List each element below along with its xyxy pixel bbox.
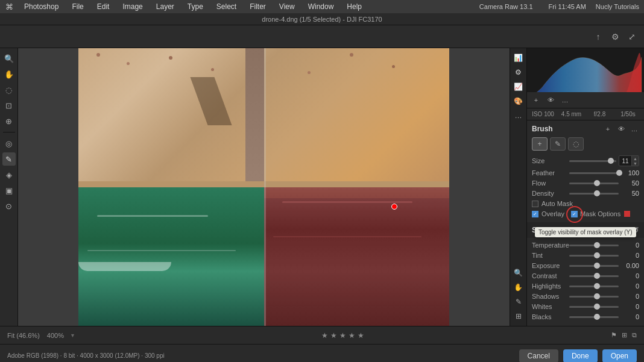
panel-icon-grid[interactable]: ⊞ xyxy=(513,310,525,322)
size-down[interactable]: ▼ xyxy=(631,161,639,166)
brush-section-icons: + 👁 … xyxy=(603,124,639,134)
automask-checkbox[interactable] xyxy=(532,201,538,207)
mask-options-label: Mask Options xyxy=(580,210,620,217)
whites-value: 0 xyxy=(621,303,639,310)
temperature-slider[interactable] xyxy=(569,245,619,246)
feather-slider[interactable] xyxy=(569,172,619,174)
title-bar: drone-4.dng (1/5 Selected) - DJI FC3170 xyxy=(0,13,644,25)
brush-more-icon[interactable]: … xyxy=(630,124,639,134)
rp-icon-more[interactable]: … xyxy=(560,95,570,105)
blacks-value: 0 xyxy=(621,313,639,320)
brush-add-btn[interactable]: + xyxy=(532,137,548,151)
rp-icon-eye[interactable]: 👁 xyxy=(545,95,556,105)
panel-icon-detail[interactable]: … xyxy=(513,110,525,122)
star-3[interactable]: ★ xyxy=(339,331,346,340)
brush-flow-btn[interactable]: ◌ xyxy=(568,137,584,151)
mask-options-checkbox[interactable]: ✓ xyxy=(571,211,578,217)
open-button[interactable]: Open xyxy=(602,349,637,363)
menu-item-image[interactable]: Image xyxy=(120,1,145,12)
menu-item-window[interactable]: Window xyxy=(306,1,336,12)
panel-icon-hand2[interactable]: ✋ xyxy=(513,281,525,293)
menu-item-edit[interactable]: Edit xyxy=(95,1,112,12)
highlights-row: Highlights 0 xyxy=(532,282,639,290)
star-5[interactable]: ★ xyxy=(358,331,364,340)
tool-red-eye[interactable]: ◎ xyxy=(2,137,16,150)
brush-eye-icon[interactable]: 👁 xyxy=(616,124,626,134)
flow-slider[interactable] xyxy=(569,183,619,184)
density-slider[interactable] xyxy=(569,193,619,195)
tool-spot[interactable]: ⊙ xyxy=(2,199,16,213)
size-up[interactable]: ▲ xyxy=(631,156,639,161)
menu-item-help[interactable]: Help xyxy=(344,1,364,12)
compare-icon[interactable]: ⧉ xyxy=(632,331,637,339)
exposure-row: Exposure 0.00 xyxy=(532,262,639,269)
menu-item-layer[interactable]: Layer xyxy=(154,1,177,12)
tint-row: Tint 0 xyxy=(532,252,639,259)
highlights-slider[interactable] xyxy=(569,286,619,287)
upload-icon[interactable]: ↑ xyxy=(592,31,604,43)
tint-slider[interactable] xyxy=(569,255,619,257)
star-1[interactable]: ★ xyxy=(321,331,328,340)
expand-icon[interactable]: ⤢ xyxy=(626,31,638,43)
panel-icon-brush[interactable]: ✎ xyxy=(513,296,525,308)
blacks-slider[interactable] xyxy=(569,316,619,318)
tool-gradient[interactable]: ▣ xyxy=(2,184,16,197)
brush-erase-btn[interactable]: ✎ xyxy=(550,137,566,151)
shadows-label: Shadows xyxy=(532,293,567,300)
app-name-center: Camera Raw 13.1 xyxy=(479,3,533,10)
flag-icon[interactable]: ⚑ xyxy=(611,331,617,339)
brush-header: Brush + 👁 … xyxy=(532,124,639,134)
overlay-checkbox[interactable]: ✓ xyxy=(532,211,538,217)
density-row: Density 50 xyxy=(532,190,639,197)
temperature-label: Temperature xyxy=(532,242,567,249)
tool-heal[interactable]: ⊕ xyxy=(2,114,16,128)
panel-icon-zoom-in[interactable]: 🔍 xyxy=(513,267,525,279)
size-slider[interactable] xyxy=(569,160,616,162)
menu-item-view[interactable]: View xyxy=(277,1,297,12)
exposure-slider[interactable] xyxy=(569,265,619,267)
settings-icon[interactable]: ⚙ xyxy=(609,31,621,43)
panel-icon-histogram[interactable]: 📊 xyxy=(513,52,525,64)
menu-item-type[interactable]: Type xyxy=(185,1,206,12)
menu-item-photoshop[interactable]: Photoshop xyxy=(22,1,61,12)
menu-item-select[interactable]: Select xyxy=(214,1,239,12)
panel-icon-color[interactable]: 🎨 xyxy=(513,95,525,107)
shadows-slider[interactable] xyxy=(569,296,619,298)
action-buttons: Cancel Done Open xyxy=(519,349,637,363)
tool-white-balance[interactable]: ◌ xyxy=(2,83,16,96)
contrast-row: Contrast 0 xyxy=(532,272,639,279)
density-label: Density xyxy=(532,190,567,197)
right-icons-strip: 📊 ⚙ 📈 🎨 … 🔍 ✋ ✎ ⊞ xyxy=(510,48,526,326)
brush-section: Brush + 👁 … + ✎ ◌ Size 11 xyxy=(527,120,644,222)
menu-bar-right: Camera Raw 13.1 Fri 11:45 AM Nucly Tutor… xyxy=(479,3,639,10)
panel-icon-settings[interactable]: ⚙ xyxy=(513,66,525,78)
menu-bar: ⌘ Photoshop File Edit Image Layer Type S… xyxy=(0,0,644,13)
rp-icon-add[interactable]: + xyxy=(531,95,541,105)
contrast-slider[interactable] xyxy=(569,275,619,277)
brand-name: Nucly Tutorials xyxy=(596,3,639,10)
tool-brush[interactable]: ✎ xyxy=(2,152,16,166)
highlights-label: Highlights xyxy=(532,282,567,290)
temperature-row: Temperature 0 xyxy=(532,242,639,249)
cancel-button[interactable]: Cancel xyxy=(519,349,558,363)
done-button[interactable]: Done xyxy=(563,349,598,363)
feather-label: Feather xyxy=(532,169,567,176)
shadows-row: Shadows 0 xyxy=(532,293,639,300)
grid-icon[interactable]: ⊞ xyxy=(622,331,627,339)
tool-range[interactable]: ◈ xyxy=(2,168,16,181)
flow-row: Flow 50 xyxy=(532,179,639,187)
panel-icon-curve[interactable]: 📈 xyxy=(513,81,525,93)
brush-add-icon[interactable]: + xyxy=(603,124,613,134)
mask-overlay-tooltip: Toggle visibility of mask overlay (Y) xyxy=(535,227,636,237)
star-4[interactable]: ★ xyxy=(349,331,355,340)
highlights-value: 0 xyxy=(621,282,639,290)
tool-crop[interactable]: ⊡ xyxy=(2,99,16,112)
menu-item-filter[interactable]: Filter xyxy=(247,1,268,12)
star-2[interactable]: ★ xyxy=(330,331,337,340)
whites-slider[interactable] xyxy=(569,306,619,308)
menu-item-file[interactable]: File xyxy=(69,1,86,12)
tool-hand[interactable]: ✋ xyxy=(2,67,16,81)
canvas-area[interactable] xyxy=(18,48,510,326)
tool-zoom[interactable]: 🔍 xyxy=(2,52,16,65)
size-stepper[interactable]: 11 ▲ ▼ xyxy=(619,155,639,166)
